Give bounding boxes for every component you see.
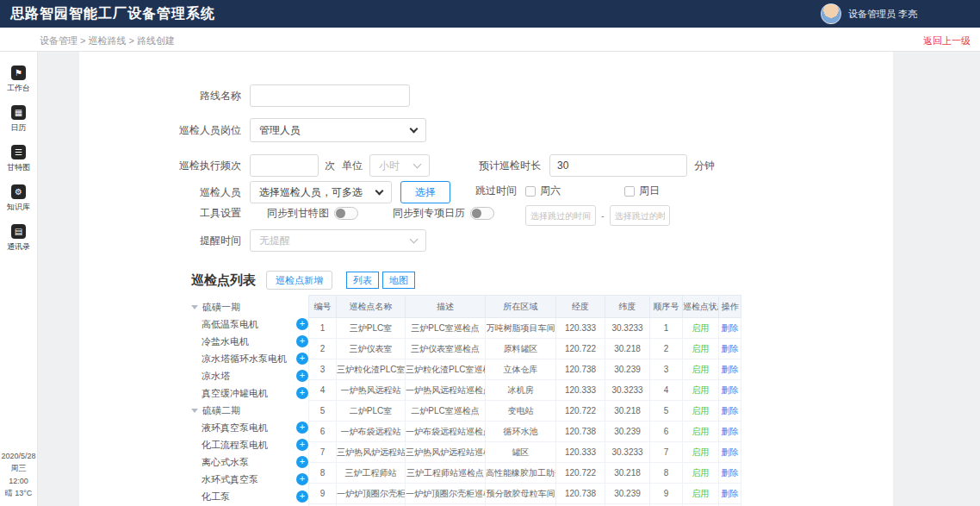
table-cell: 120.722 bbox=[556, 339, 605, 359]
table-cell: 三炉粒化渣PLC室 bbox=[337, 359, 406, 380]
delete-link[interactable]: 删除 bbox=[722, 344, 739, 353]
table-cell: 删除 bbox=[719, 484, 741, 504]
status-badge: 启用 bbox=[692, 385, 710, 395]
skip-start-input[interactable] bbox=[525, 205, 596, 226]
sidebar-item-workbench[interactable]: ⚑工作台 bbox=[7, 66, 30, 94]
table-cell: 启用 bbox=[683, 401, 719, 422]
table-cell: 启用 bbox=[683, 318, 719, 339]
chevron-down-icon bbox=[375, 186, 384, 195]
personnel-select[interactable]: 选择巡检人员，可多选 bbox=[250, 181, 392, 203]
add-point-icon[interactable]: + bbox=[296, 490, 308, 503]
table-cell: 8 bbox=[309, 463, 337, 484]
unit-label: 单位 bbox=[342, 159, 363, 173]
sidebar: ⚑工作台▦日历☰甘特图⚙知识库▤通讯录 2020/5/28 周三 12:00 晴… bbox=[0, 52, 38, 506]
status-badge: 启用 bbox=[692, 323, 710, 333]
chevron-down-icon bbox=[410, 234, 419, 243]
tree-item[interactable]: 水环式真空泵+ bbox=[191, 471, 308, 488]
chevron-down-icon bbox=[413, 159, 422, 168]
tree-item[interactable]: 离心式水泵+ bbox=[191, 453, 308, 471]
tree-item[interactable]: 化工泵+ bbox=[191, 488, 308, 505]
sidebar-item-label: 甘特图 bbox=[7, 162, 30, 173]
table-row: 1三炉PLC室三炉PLC室巡检点万吨树脂项目车间120.33330.32331启… bbox=[309, 318, 741, 339]
tree-item[interactable]: 真空缓冲罐电机+ bbox=[191, 384, 308, 402]
add-point-icon[interactable]: + bbox=[296, 456, 308, 468]
sidebar-item-label: 知识库 bbox=[7, 202, 30, 213]
delete-link[interactable]: 删除 bbox=[722, 468, 739, 478]
sidebar-item-knowledge[interactable]: ⚙知识库 bbox=[7, 184, 30, 213]
table-cell: 3 bbox=[309, 359, 337, 380]
add-point-icon[interactable]: + bbox=[296, 318, 308, 330]
remind-select[interactable]: 无提醒 bbox=[250, 229, 426, 252]
clock-daytime: 周三 12:00 bbox=[0, 462, 37, 487]
table-cell: 启用 bbox=[683, 380, 719, 401]
table-cell: 30.218 bbox=[605, 339, 650, 359]
table-cell: 删除 bbox=[719, 422, 741, 442]
tab-map[interactable]: 地图 bbox=[382, 272, 415, 289]
tree-item[interactable]: 高低温泵电机+ bbox=[191, 315, 308, 333]
checkbox-icon bbox=[525, 186, 536, 197]
delete-link[interactable]: 删除 bbox=[722, 489, 739, 498]
delete-link[interactable]: 删除 bbox=[722, 447, 739, 457]
tree-item[interactable]: 化工流程泵电机+ bbox=[191, 436, 308, 453]
app-title: 思路智园智能工厂设备管理系统 bbox=[10, 5, 215, 23]
table-cell: 9 bbox=[309, 484, 337, 504]
tree-item[interactable]: 液环真空泵电机+ bbox=[191, 419, 308, 436]
add-point-icon[interactable]: + bbox=[296, 439, 308, 451]
skip-end-input[interactable] bbox=[610, 205, 670, 226]
table-cell: 三炉粒化渣PLC室巡检点 bbox=[406, 359, 486, 380]
delete-link[interactable]: 删除 bbox=[722, 365, 739, 374]
sidebar-item-gantt[interactable]: ☰甘特图 bbox=[7, 145, 30, 173]
points-list-title: 巡检点列表 bbox=[191, 272, 256, 289]
tree-item-label: 化工泵 bbox=[202, 490, 230, 503]
breadcrumb: 设备管理 > 巡检路线 > 路线创建 bbox=[40, 34, 175, 47]
table-cell: 30.3233 bbox=[605, 318, 650, 339]
tree-item[interactable]: 凉水塔循环水泵电机+ bbox=[191, 350, 308, 367]
back-link[interactable]: 返回上一级 bbox=[923, 34, 971, 47]
add-point-icon[interactable]: + bbox=[296, 370, 308, 382]
tree-item[interactable]: 冷盐水电机+ bbox=[191, 333, 308, 350]
add-point-icon[interactable]: + bbox=[296, 335, 308, 347]
add-point-icon[interactable]: + bbox=[296, 387, 308, 399]
column-header: 所在区域 bbox=[486, 296, 556, 318]
personnel-select-value: 选择巡检人员，可多选 bbox=[259, 185, 363, 200]
tab-list[interactable]: 列表 bbox=[346, 272, 379, 289]
table-cell: 启用 bbox=[683, 484, 719, 504]
frequency-input[interactable] bbox=[250, 154, 319, 177]
sync-calendar-toggle[interactable] bbox=[470, 207, 494, 220]
tree-item-label: 化工流程泵电机 bbox=[202, 439, 268, 452]
sync-gantt-toggle[interactable] bbox=[334, 207, 358, 220]
sidebar-item-label: 通讯录 bbox=[7, 241, 30, 253]
workbench-icon: ⚑ bbox=[11, 66, 26, 80]
table-cell: 三炉PLC室 bbox=[337, 318, 406, 339]
duration-input[interactable] bbox=[549, 154, 687, 177]
delete-link[interactable]: 删除 bbox=[722, 406, 739, 415]
delete-link[interactable]: 删除 bbox=[722, 323, 739, 333]
unit-select[interactable]: 小时 bbox=[369, 154, 430, 177]
user-menu[interactable]: 设备管理员 李亮 bbox=[821, 3, 917, 24]
delete-link[interactable]: 删除 bbox=[722, 427, 739, 436]
position-select[interactable]: 管理人员 bbox=[250, 118, 426, 142]
sidebar-item-calendar[interactable]: ▦日历 bbox=[11, 105, 27, 134]
add-point-icon[interactable]: + bbox=[296, 422, 308, 434]
tree-item[interactable]: 凉水塔+ bbox=[191, 367, 308, 384]
column-header: 纬度 bbox=[605, 296, 650, 318]
table-row: 7三炉热风炉远程站三炉热风炉远程站巡检点罐区120.33330.32337启用删… bbox=[309, 442, 741, 463]
unit-select-value: 小时 bbox=[379, 159, 400, 173]
add-point-icon[interactable]: + bbox=[296, 353, 308, 365]
sunday-checkbox[interactable]: 周日 bbox=[624, 184, 660, 198]
column-header: 描述 bbox=[406, 296, 486, 318]
saturday-checkbox[interactable]: 周六 bbox=[525, 184, 561, 198]
table-cell: 万吨树脂项目车间 bbox=[486, 318, 556, 339]
route-name-input[interactable] bbox=[250, 84, 410, 107]
table-cell: 三炉工程师站 bbox=[337, 463, 406, 484]
sidebar-item-contacts[interactable]: ▤通讯录 bbox=[7, 224, 30, 253]
saturday-label: 周六 bbox=[540, 184, 561, 198]
status-badge: 启用 bbox=[692, 365, 710, 374]
sidebar-item-label: 工作台 bbox=[7, 83, 30, 94]
tree-group[interactable]: 硫磺一期 bbox=[191, 298, 308, 315]
add-point-icon[interactable]: + bbox=[296, 473, 308, 485]
add-point-button[interactable]: 巡检点新增 bbox=[266, 271, 332, 290]
delete-link[interactable]: 删除 bbox=[722, 385, 739, 395]
tree-group[interactable]: 硫磺二期 bbox=[191, 402, 308, 419]
table-cell: 罐区 bbox=[486, 442, 556, 463]
